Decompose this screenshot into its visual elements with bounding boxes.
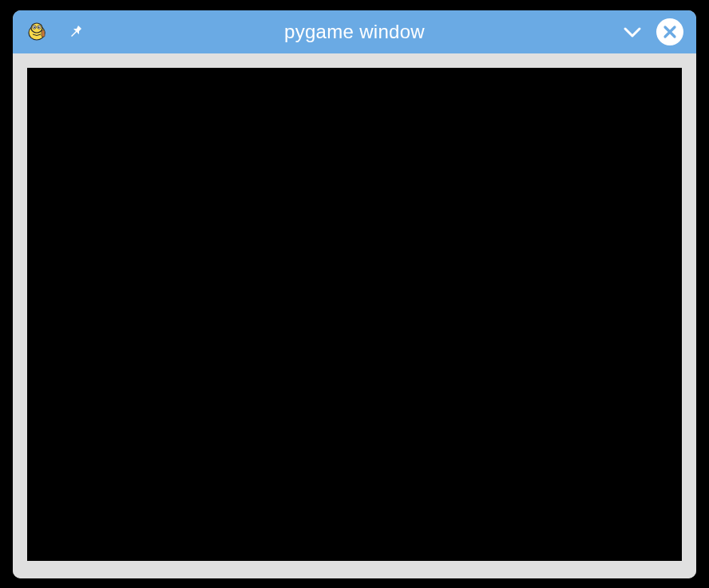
minimize-button[interactable] [621, 21, 644, 43]
svg-point-4 [34, 26, 35, 28]
pin-icon[interactable] [67, 23, 85, 41]
svg-rect-6 [42, 30, 45, 37]
pygame-app-icon [26, 21, 48, 43]
titlebar-right-group [621, 18, 683, 45]
pygame-canvas[interactable] [27, 68, 682, 561]
titlebar-left-group [26, 21, 85, 43]
window-titlebar[interactable]: pygame window [13, 10, 696, 53]
svg-point-5 [38, 26, 40, 28]
application-window: pygame window [13, 10, 696, 578]
window-title: pygame window [284, 21, 425, 43]
close-icon [663, 25, 677, 39]
window-body [13, 53, 696, 578]
close-button[interactable] [656, 18, 683, 45]
